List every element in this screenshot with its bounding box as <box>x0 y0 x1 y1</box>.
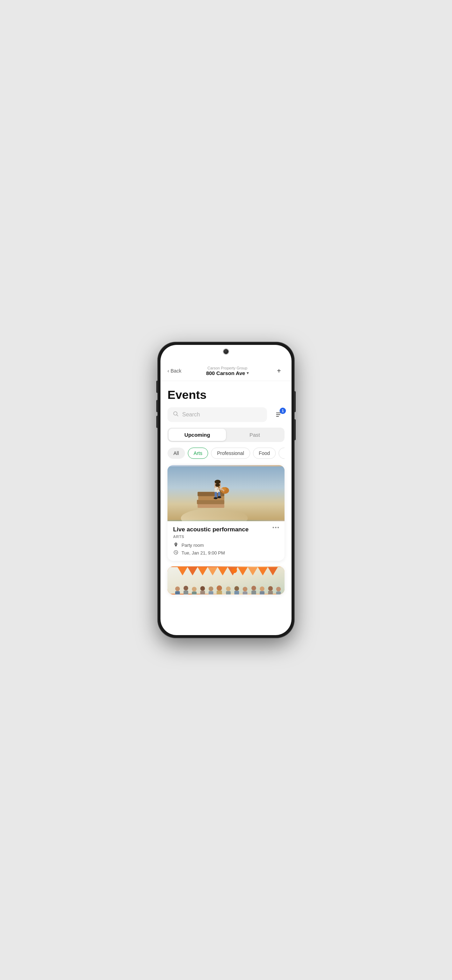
svg-point-43 <box>208 586 213 591</box>
event-location-row: Party room <box>173 542 279 548</box>
svg-rect-54 <box>192 591 197 595</box>
svg-point-16 <box>215 483 220 487</box>
svg-rect-61 <box>251 590 256 595</box>
filter-badge: 1 <box>280 407 286 414</box>
svg-point-46 <box>234 586 239 590</box>
svg-rect-60 <box>243 591 247 595</box>
category-professional-label: Professional <box>217 450 244 456</box>
search-filter-row: Search 1 <box>167 407 285 422</box>
event-image-1 <box>167 465 285 521</box>
event-illustration-guitar <box>167 465 285 521</box>
tab-upcoming[interactable]: Upcoming <box>169 429 226 441</box>
back-button[interactable]: ‹ Back <box>167 368 181 374</box>
event-time-row: Tue, Jan 21, 9:00 PM <box>173 550 279 556</box>
more-dot-3 <box>277 527 279 528</box>
more-dot-2 <box>275 527 277 528</box>
svg-point-22 <box>175 544 177 545</box>
tab-past-label: Past <box>250 432 260 438</box>
svg-point-42 <box>201 586 205 590</box>
svg-point-40 <box>184 586 188 590</box>
phone-device: ‹ Back Carson Property Group 800 Carson … <box>158 342 294 638</box>
event-image-2 <box>167 566 285 595</box>
svg-line-25 <box>176 553 177 554</box>
tabs-container: Upcoming Past <box>167 428 285 442</box>
status-bar <box>161 345 291 363</box>
event-more-button-1[interactable] <box>272 526 279 528</box>
svg-point-44 <box>216 585 222 590</box>
category-pill-all[interactable]: All <box>167 448 185 459</box>
filter-button[interactable]: 1 <box>273 409 285 420</box>
page-title: Events <box>167 388 285 402</box>
svg-rect-56 <box>208 591 213 595</box>
category-all-label: All <box>173 450 179 456</box>
filter-line-3 <box>276 416 279 417</box>
location-pin-icon <box>173 542 179 548</box>
event-meta-1: Party room Tue, Jan 21, 9:00 PM <box>173 542 279 556</box>
add-button[interactable]: + <box>273 365 285 376</box>
svg-rect-52 <box>175 591 180 595</box>
categories-list: All Arts Professional Food Health <box>167 448 285 459</box>
event-info-1: Live acoustic performance ARTS <box>167 521 285 561</box>
event-card-1[interactable]: Live acoustic performance ARTS <box>167 465 285 561</box>
svg-point-50 <box>268 586 272 590</box>
filter-line-2 <box>276 414 280 415</box>
svg-point-51 <box>276 587 281 591</box>
main-content: Events Search <box>161 381 291 629</box>
phone-screen: ‹ Back Carson Property Group 800 Carson … <box>161 345 291 635</box>
category-pill-arts[interactable]: Arts <box>188 448 208 459</box>
svg-point-47 <box>243 587 247 591</box>
category-pill-professional[interactable]: Professional <box>211 448 250 459</box>
search-icon <box>173 411 179 418</box>
property-group-name: Carson Property Group <box>206 366 248 370</box>
back-label: Back <box>170 368 181 374</box>
more-dot-1 <box>272 527 274 528</box>
svg-point-12 <box>214 497 218 499</box>
svg-rect-62 <box>259 591 264 595</box>
header-center: Carson Property Group 800 Carson Ave ▾ <box>206 366 248 376</box>
address-chevron-icon: ▾ <box>247 371 249 375</box>
app-header: ‹ Back Carson Property Group 800 Carson … <box>161 363 291 381</box>
svg-point-45 <box>226 586 231 591</box>
clock-icon <box>173 550 179 556</box>
search-input[interactable]: Search <box>182 412 261 418</box>
svg-point-37 <box>232 568 237 573</box>
svg-point-49 <box>259 586 264 591</box>
search-bar[interactable]: Search <box>167 407 267 422</box>
svg-rect-57 <box>216 590 222 595</box>
svg-point-39 <box>175 586 180 591</box>
svg-rect-64 <box>276 591 281 595</box>
category-food-label: Food <box>259 450 270 456</box>
svg-point-13 <box>217 496 221 498</box>
back-chevron-icon: ‹ <box>167 368 169 374</box>
event-location-text: Party room <box>181 542 204 548</box>
event-illustration-crowd <box>167 566 285 595</box>
camera-dot <box>224 349 228 354</box>
svg-rect-55 <box>201 591 205 595</box>
tab-past[interactable]: Past <box>226 429 283 441</box>
svg-rect-53 <box>184 590 188 595</box>
category-pill-health[interactable]: Health <box>279 448 285 459</box>
svg-rect-63 <box>268 591 272 595</box>
svg-point-48 <box>251 586 256 590</box>
svg-line-1 <box>177 415 178 417</box>
event-tag-1: ARTS <box>173 535 279 539</box>
property-address-button[interactable]: 800 Carson Ave ▾ <box>206 370 248 376</box>
svg-rect-4 <box>197 504 224 508</box>
svg-rect-5 <box>197 500 224 504</box>
event-title-row-1: Live acoustic performance <box>173 526 279 533</box>
svg-rect-59 <box>234 591 239 595</box>
address-text: 800 Carson Ave <box>206 370 245 376</box>
event-datetime-text: Tue, Jan 21, 9:00 PM <box>181 550 225 555</box>
svg-rect-58 <box>226 591 231 595</box>
svg-point-15 <box>215 480 221 484</box>
category-pill-food[interactable]: Food <box>253 448 276 459</box>
category-arts-label: Arts <box>194 450 202 456</box>
svg-point-41 <box>192 587 197 591</box>
event-title-1: Live acoustic performance <box>173 526 248 533</box>
event-card-2[interactable] <box>167 566 285 595</box>
svg-rect-10 <box>215 492 217 498</box>
tab-upcoming-label: Upcoming <box>184 432 210 438</box>
